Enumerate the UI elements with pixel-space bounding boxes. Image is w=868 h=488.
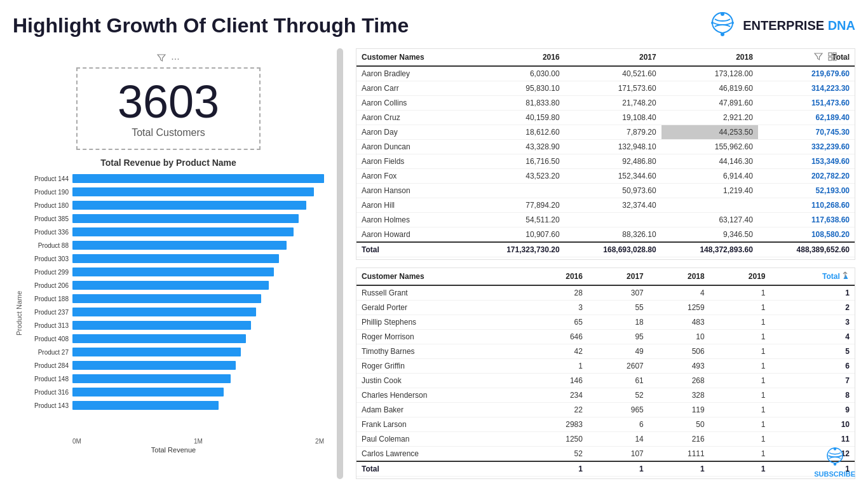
- table-row: Roger Griffin1260749316: [356, 359, 855, 374]
- table-cell: 216: [649, 432, 710, 447]
- svg-point-0: [721, 12, 724, 16]
- table-row: Aaron Howard10,907.6088,326.109,346.5010…: [356, 227, 855, 243]
- bar-label: Product 408: [23, 336, 69, 342]
- chart-container: Total Revenue by Product Name Product Na…: [13, 155, 324, 479]
- table-row: Paul Coleman125014216111: [356, 432, 855, 447]
- table-cell: 1,219.40: [661, 184, 758, 198]
- table-cell: 1: [710, 359, 771, 374]
- bar-label: Product 336: [23, 229, 69, 236]
- table-cell: 10: [649, 330, 710, 344]
- bar-row: Product 188: [23, 293, 324, 304]
- table-cell: Phillip Stephens: [356, 315, 527, 330]
- bar-row: Product 299: [23, 266, 324, 278]
- table-cell: 10,907.60: [468, 227, 565, 243]
- table-cell: 1: [710, 417, 771, 432]
- table-cell: 2,921.20: [661, 111, 758, 125]
- table-cell: 152,344.60: [565, 169, 661, 184]
- bar-label: Product 303: [23, 255, 69, 262]
- bar-row: Product 27: [23, 346, 324, 358]
- table-cell: 1: [527, 359, 588, 374]
- table-row: Justin Cook1466126817: [356, 374, 855, 388]
- table1-ellipsis[interactable]: ···: [842, 51, 850, 62]
- bar-fill: [72, 214, 299, 223]
- bar-fill: [72, 401, 219, 410]
- bar-row: Product 385: [23, 213, 324, 224]
- table-cell: 2983: [527, 417, 588, 432]
- table-cell: 49: [588, 344, 649, 359]
- table-cell: Aaron Hill: [356, 198, 468, 213]
- col2-2018: 2018: [649, 268, 710, 285]
- table-cell: 4: [771, 330, 855, 344]
- table-cell: 117,638.60: [758, 213, 855, 227]
- table-cell: 1: [710, 330, 771, 344]
- filter-icon[interactable]: [157, 53, 166, 62]
- x-axis-tick: 1M: [194, 438, 203, 445]
- bar-row: Product 336: [23, 226, 324, 238]
- table-cell: Justin Cook: [356, 374, 527, 388]
- table-cell: [661, 198, 758, 213]
- left-panel: ··· 3603 Total Customers Total Revenue b…: [13, 48, 324, 479]
- bar-label: Product 148: [23, 376, 69, 383]
- table-cell: 506: [649, 344, 710, 359]
- table-row: Aaron Fields16,716.5092,486.8044,146.301…: [356, 154, 855, 169]
- table-cell: 44,146.30: [661, 154, 758, 169]
- bar-track: [72, 214, 324, 223]
- table-cell: 119: [649, 403, 710, 417]
- table-cell: 7: [771, 374, 855, 388]
- rank-table-wrapper[interactable]: Customer Names 2016 2017 2018 2019 Total…: [356, 268, 855, 478]
- total-cell: 171,323,730.20: [468, 242, 565, 257]
- svg-rect-4: [829, 53, 832, 56]
- table-cell: 108,580.20: [758, 227, 855, 243]
- bar-label: Product 313: [23, 322, 69, 329]
- bar-fill: [72, 174, 324, 183]
- table-cell: 70,745.30: [758, 125, 855, 140]
- table-cell: Aaron Fox: [356, 169, 468, 184]
- ellipsis-icon[interactable]: ···: [171, 53, 179, 65]
- table-cell: Carlos Lawrence: [356, 447, 527, 462]
- table-cell: 18: [588, 315, 649, 330]
- table-row: Aaron Day18,612.607,879.2044,253.5070,74…: [356, 125, 855, 140]
- table-cell: 3: [527, 301, 588, 315]
- right-panel: ··· Customer Names 2016 2017 2018 Total: [356, 48, 855, 479]
- subscribe-label: SUBSCRIBE: [814, 470, 855, 478]
- table-cell: 10: [771, 417, 855, 432]
- bar-row: Product 148: [23, 373, 324, 384]
- x-axis-tick: 2M: [315, 438, 324, 445]
- table-cell: 95,830.10: [468, 81, 565, 96]
- svg-point-2: [711, 22, 714, 24]
- bar-fill: [72, 321, 251, 330]
- table-cell: 1111: [649, 447, 710, 462]
- table1-expand-icon[interactable]: [828, 52, 837, 61]
- table-cell: 32,374.40: [565, 198, 661, 213]
- page-title: Highlight Growth Of Client Through Time: [13, 14, 409, 37]
- col2-customer-names: Customer Names: [356, 268, 527, 285]
- table-cell: 171,573.60: [565, 81, 661, 96]
- total-cell: 1: [588, 461, 649, 477]
- revenue-table-section: ··· Customer Names 2016 2017 2018 Total: [356, 48, 855, 260]
- table-row: Aaron Fox43,523.20152,344.606,914.40202,…: [356, 169, 855, 184]
- bar-fill: [72, 281, 269, 290]
- x-axis-title: Total Revenue: [23, 446, 324, 454]
- svg-point-3: [731, 22, 734, 24]
- col-2018: 2018: [661, 49, 758, 66]
- table-cell: 307: [588, 285, 649, 301]
- table-cell: 2607: [588, 359, 649, 374]
- table-cell: 47,891.60: [661, 96, 758, 111]
- table2-sort-icon[interactable]: [841, 271, 850, 280]
- table-row: Aaron Bradley6,030.0040,521.60173,128.00…: [356, 66, 855, 81]
- kpi-label: Total Customers: [88, 127, 249, 139]
- table-cell: 9: [771, 403, 855, 417]
- table-row: Aaron Duncan43,328.90132,948.10155,962.6…: [356, 140, 855, 154]
- bar-row: Product 190: [23, 186, 324, 198]
- table-cell: 965: [588, 403, 649, 417]
- table-cell: 40,159.80: [468, 111, 565, 125]
- table-row: Roger Morrison646951014: [356, 330, 855, 344]
- table-row: Adam Baker2296511919: [356, 403, 855, 417]
- table-cell: 6: [588, 417, 649, 432]
- table1-filter-icon[interactable]: [814, 52, 823, 61]
- table-cell: 52: [527, 447, 588, 462]
- table-row: Aaron Holmes54,511.2063,127.40117,638.60: [356, 213, 855, 227]
- x-axis-tick: 0M: [72, 438, 81, 445]
- panel-divider[interactable]: [337, 48, 343, 479]
- revenue-table-wrapper[interactable]: Customer Names 2016 2017 2018 Total Aaro…: [356, 49, 855, 259]
